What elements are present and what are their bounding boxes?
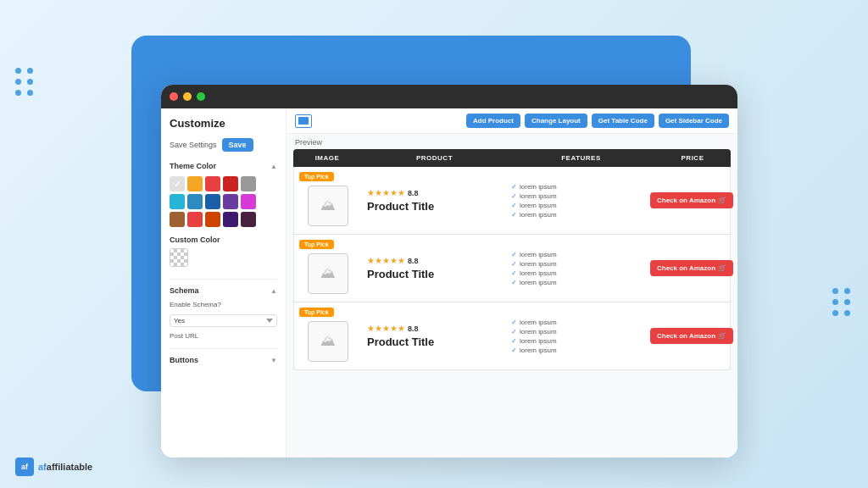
- custom-color-picker[interactable]: [170, 248, 188, 267]
- post-url-label: Post URL: [170, 332, 277, 340]
- minimize-button[interactable]: [183, 92, 192, 101]
- theme-color-label: Theme Color: [170, 162, 216, 170]
- rating-number: 8.8: [408, 189, 419, 197]
- feature-text: lorem ipsum: [520, 183, 557, 191]
- save-button[interactable]: Save: [222, 138, 253, 152]
- top-pick-badge: Top Pick: [299, 308, 334, 317]
- feature-text: lorem ipsum: [520, 251, 557, 258]
- feature-item: ✓lorem ipsum: [511, 183, 650, 191]
- chevron-up-icon: ▲: [270, 287, 277, 295]
- check-icon: ✓: [511, 211, 517, 219]
- sidebar-header: Customize: [170, 117, 277, 130]
- device-icon[interactable]: [295, 114, 312, 128]
- color-swatches: [170, 176, 277, 227]
- color-swatch-3[interactable]: [223, 176, 238, 191]
- check-amazon-button[interactable]: Check on Amazon 🛒: [650, 192, 733, 208]
- feature-text: lorem ipsum: [520, 211, 557, 219]
- top-pick-badge: Top Pick: [299, 240, 334, 249]
- table-row: Top Pick ⛰ ★★★★★ 8.8 Product Title: [293, 302, 731, 370]
- color-swatch-13[interactable]: [223, 212, 238, 227]
- color-swatch-0[interactable]: [170, 176, 185, 191]
- rating-row: ★★★★★ 8.8: [367, 188, 503, 197]
- dot: [27, 79, 33, 85]
- color-swatch-8[interactable]: [223, 194, 238, 209]
- amazon-button-label: Check on Amazon: [657, 332, 715, 340]
- price-cell: Check on Amazon 🛒: [654, 235, 730, 302]
- feature-item: ✓lorem ipsum: [511, 279, 650, 286]
- maximize-button[interactable]: [197, 92, 205, 101]
- buttons-section-label: Buttons ▼: [170, 356, 277, 364]
- color-swatch-14[interactable]: [241, 212, 256, 227]
- dot: [27, 68, 33, 74]
- add-product-button[interactable]: Add Product: [466, 114, 520, 128]
- color-swatch-10[interactable]: [170, 212, 185, 227]
- color-swatch-4[interactable]: [241, 176, 256, 191]
- color-swatch-7[interactable]: [205, 194, 220, 209]
- amazon-icon: 🛒: [718, 197, 726, 204]
- chevron-down-icon: ▼: [270, 357, 277, 364]
- brand-name: afaffiliatable: [38, 462, 92, 472]
- th-image: IMAGE: [293, 149, 361, 167]
- product-info-cell: ★★★★★ 8.8 Product Title: [362, 235, 508, 302]
- stars-icon: ★★★★★: [367, 324, 405, 333]
- save-settings-label: Save Settings: [170, 141, 217, 149]
- color-swatch-6[interactable]: [187, 194, 203, 209]
- product-title: Product Title: [367, 268, 503, 280]
- check-icon: ✓: [511, 279, 517, 286]
- rating-row: ★★★★★ 8.8: [367, 324, 503, 333]
- product-image-placeholder: ⛰: [308, 321, 348, 362]
- feature-text: lorem ipsum: [520, 260, 557, 268]
- dot: [15, 90, 21, 96]
- color-swatch-5[interactable]: [170, 194, 185, 209]
- change-layout-button[interactable]: Change Layout: [525, 114, 587, 128]
- feature-item: ✓lorem ipsum: [511, 211, 650, 219]
- schema-section-label: Schema ▲: [170, 286, 277, 295]
- check-amazon-button[interactable]: Check on Amazon 🛒: [650, 260, 733, 276]
- feature-text: lorem ipsum: [520, 337, 557, 345]
- product-title: Product Title: [367, 336, 503, 348]
- check-icon: ✓: [511, 260, 517, 268]
- check-amazon-button[interactable]: Check on Amazon 🛒: [650, 328, 733, 344]
- sidebar: Customize Save Settings Save Theme Color…: [161, 108, 287, 458]
- custom-color-label: Custom Color: [170, 236, 277, 244]
- preview-area: Add Product Change Layout Get Table Code…: [287, 108, 737, 458]
- app-content: Customize Save Settings Save Theme Color…: [161, 108, 737, 458]
- close-button[interactable]: [170, 92, 178, 101]
- stars-icon: ★★★★★: [367, 188, 405, 197]
- sidebar-title: Customize: [170, 117, 225, 130]
- dot: [15, 68, 21, 74]
- brand-logo: af afaffiliatable: [15, 458, 92, 476]
- preview-label: Preview: [287, 134, 737, 149]
- check-icon: ✓: [511, 183, 517, 191]
- feature-text: lorem ipsum: [520, 347, 557, 354]
- price-cell: Check on Amazon 🛒: [654, 167, 730, 234]
- product-image-placeholder: ⛰: [308, 186, 348, 226]
- feature-text: lorem ipsum: [520, 279, 557, 286]
- color-swatch-9[interactable]: [241, 194, 256, 209]
- toolbar-buttons: Add Product Change Layout Get Table Code…: [466, 114, 729, 128]
- get-table-code-button[interactable]: Get Table Code: [592, 114, 654, 128]
- enable-schema-label: Enable Schema?: [170, 301, 277, 308]
- enable-schema-select[interactable]: Yes No: [170, 314, 277, 327]
- feature-item: ✓lorem ipsum: [511, 269, 650, 277]
- decorative-dots-left: [15, 68, 34, 96]
- color-swatch-11[interactable]: [187, 212, 203, 227]
- color-swatch-2[interactable]: [205, 176, 220, 191]
- feature-text: lorem ipsum: [520, 192, 557, 200]
- check-icon: ✓: [511, 251, 517, 258]
- get-sidebar-code-button[interactable]: Get Sidebar Code: [659, 114, 729, 128]
- dot: [832, 299, 838, 305]
- main-window: Customize Save Settings Save Theme Color…: [161, 85, 737, 458]
- buttons-label: Buttons: [170, 356, 198, 364]
- feature-item: ✓lorem ipsum: [511, 251, 650, 258]
- dot: [15, 79, 21, 85]
- color-swatch-12[interactable]: [205, 212, 220, 227]
- feature-item: ✓lorem ipsum: [511, 347, 650, 354]
- feature-item: ✓lorem ipsum: [511, 319, 650, 326]
- decorative-dots-right: [832, 288, 851, 316]
- stars-icon: ★★★★★: [367, 256, 405, 265]
- dot: [832, 310, 838, 316]
- feature-item: ✓lorem ipsum: [511, 192, 650, 200]
- schema-label: Schema: [170, 286, 199, 295]
- color-swatch-1[interactable]: [187, 176, 203, 191]
